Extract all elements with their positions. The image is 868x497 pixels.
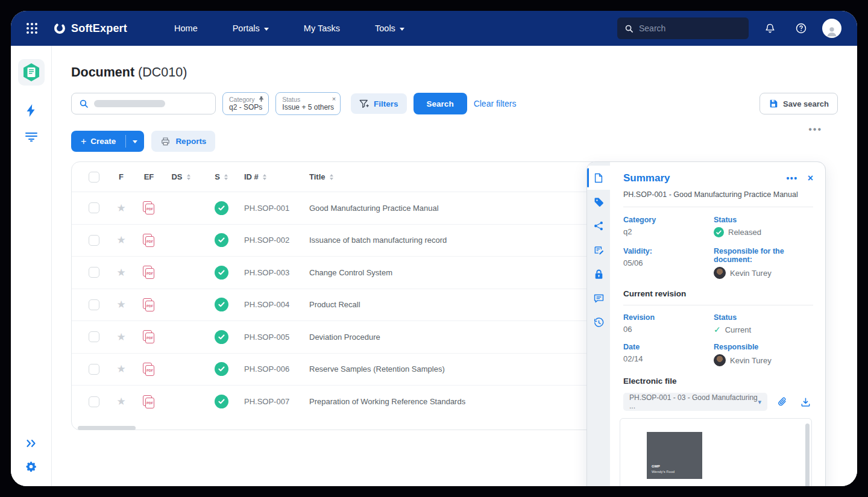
summary-more-icon[interactable]: ••• — [786, 173, 797, 183]
select-all-checkbox[interactable] — [89, 172, 99, 183]
brand-logo[interactable]: SoftExpert — [53, 22, 127, 35]
pdf-file-icon[interactable]: PDF — [142, 298, 156, 312]
close-icon[interactable]: × — [332, 96, 336, 102]
field-date: Date 02/14 — [623, 343, 714, 366]
pdf-file-icon[interactable]: PDF — [142, 265, 156, 280]
row-checkbox[interactable] — [89, 235, 99, 246]
col-electronic-file[interactable]: EF — [134, 172, 163, 181]
tab-comments-icon[interactable] — [587, 286, 610, 310]
sort-icon[interactable] — [330, 174, 333, 180]
row-checkbox[interactable] — [89, 396, 99, 407]
summary-close-icon[interactable]: × — [808, 173, 813, 184]
electronic-file-heading: Electronic file — [623, 377, 813, 386]
pin-icon[interactable] — [259, 96, 264, 102]
global-search[interactable] — [617, 17, 749, 39]
row-checkbox[interactable] — [89, 202, 99, 213]
clear-filters-link[interactable]: Clear filters — [474, 99, 517, 108]
row-checkbox[interactable] — [89, 267, 99, 278]
preview-scrollbar[interactable] — [805, 424, 810, 486]
col-id[interactable]: ID # — [244, 172, 309, 181]
favorite-star-icon[interactable]: ★ — [116, 202, 125, 214]
favorite-star-icon[interactable]: ★ — [116, 395, 125, 408]
summary-panel: Summary ••• × PH.SOP-001 - Good Manufact… — [587, 161, 826, 486]
filter-lines-icon[interactable] — [22, 128, 40, 146]
settings-gear-icon[interactable] — [22, 457, 40, 475]
row-checkbox[interactable] — [89, 364, 99, 375]
document-id[interactable]: PH.SOP-001 — [244, 204, 309, 213]
create-dropdown-button[interactable] — [126, 131, 144, 152]
sort-icon[interactable] — [263, 174, 266, 180]
tab-lock-icon[interactable] — [587, 262, 610, 286]
brand-name: SoftExpert — [71, 22, 127, 35]
nav-right — [617, 17, 841, 39]
tab-share-icon[interactable] — [587, 214, 610, 238]
nav-item-home[interactable]: Home — [161, 17, 211, 39]
status-released-icon — [215, 233, 228, 247]
filters-button[interactable]: Filters — [351, 93, 407, 114]
sort-icon[interactable] — [187, 174, 190, 180]
pdf-file-icon[interactable]: PDF — [142, 233, 156, 248]
horizontal-scrollbar[interactable] — [78, 426, 136, 430]
document-id[interactable]: PH.SOP-005 — [244, 333, 309, 342]
document-thumbnail[interactable]: GMP Wendy's Food — [647, 432, 702, 479]
softexpert-logo-icon — [53, 22, 66, 35]
create-button[interactable]: +Create — [71, 131, 144, 152]
pdf-file-icon[interactable]: PDF — [142, 201, 156, 215]
favorite-star-icon[interactable]: ★ — [116, 331, 125, 343]
col-favorite[interactable]: F — [108, 172, 134, 181]
user-avatar[interactable] — [822, 19, 841, 38]
row-checkbox[interactable] — [89, 331, 99, 342]
nav-item-my-tasks[interactable]: My Tasks — [291, 17, 353, 39]
document-id[interactable]: PH.SOP-004 — [244, 300, 309, 309]
current-check-icon: ✓ — [714, 325, 721, 334]
pdf-file-icon[interactable]: PDF — [142, 362, 156, 377]
global-search-input[interactable] — [639, 23, 729, 33]
row-checkbox[interactable] — [89, 299, 99, 310]
document-id[interactable]: PH.SOP-002 — [244, 236, 309, 245]
chevron-down-icon: ▾ — [758, 398, 761, 406]
search-icon — [624, 24, 634, 33]
favorite-star-icon[interactable]: ★ — [116, 298, 125, 311]
tab-document-icon[interactable] — [587, 166, 610, 190]
nav-item-tools[interactable]: Tools — [362, 17, 418, 39]
app-launcher-icon[interactable] — [27, 23, 37, 34]
expand-rail-icon[interactable] — [22, 434, 40, 452]
col-status[interactable]: S — [198, 172, 244, 181]
current-revision-heading: Current revision — [623, 289, 813, 298]
help-icon[interactable] — [791, 18, 811, 39]
sort-icon[interactable] — [224, 174, 228, 180]
tab-tag-icon[interactable] — [587, 190, 610, 214]
save-search-button[interactable]: Save search — [760, 93, 838, 114]
document-id[interactable]: PH.SOP-003 — [244, 268, 309, 277]
released-check-icon — [714, 227, 724, 237]
chevron-down-icon — [264, 28, 269, 31]
notifications-bell-icon[interactable] — [760, 18, 780, 39]
favorite-star-icon[interactable]: ★ — [116, 234, 125, 246]
status-released-icon — [215, 266, 228, 280]
col-ds[interactable]: DS — [163, 172, 198, 181]
file-preview: GMP Wendy's Food Good Manufacturing Prac… — [620, 418, 812, 486]
status-released-icon — [215, 330, 228, 344]
download-icon[interactable] — [797, 394, 813, 410]
status-released-icon — [215, 298, 228, 311]
filter-chip-status[interactable]: × Status Issue + 5 others — [275, 92, 341, 115]
document-module-icon[interactable] — [18, 59, 45, 86]
pdf-file-icon[interactable]: PDF — [142, 395, 156, 409]
attachment-paperclip-icon[interactable] — [775, 394, 790, 410]
pdf-file-icon[interactable]: PDF — [142, 330, 156, 344]
tab-revision-note-icon[interactable] — [587, 238, 610, 262]
panel-icon-strip — [587, 162, 610, 486]
file-version-select[interactable]: PH.SOP-001 - 03 - Good Manufacturing ...… — [623, 393, 767, 411]
nav-item-portals[interactable]: Portals — [219, 17, 282, 39]
search-button[interactable]: Search — [414, 93, 467, 114]
document-id[interactable]: PH.SOP-006 — [244, 364, 309, 374]
more-options-icon[interactable]: ••• — [808, 124, 822, 135]
filter-chip-category[interactable]: Category q2 - SOPs — [222, 92, 269, 115]
favorite-star-icon[interactable]: ★ — [116, 363, 125, 375]
reports-button[interactable]: Reports — [151, 131, 215, 152]
quick-actions-lightning-icon[interactable] — [22, 101, 40, 119]
favorite-star-icon[interactable]: ★ — [116, 266, 125, 279]
tab-history-icon[interactable] — [587, 310, 610, 334]
document-id[interactable]: PH.SOP-007 — [244, 397, 309, 406]
table-search-input[interactable] — [71, 93, 216, 114]
